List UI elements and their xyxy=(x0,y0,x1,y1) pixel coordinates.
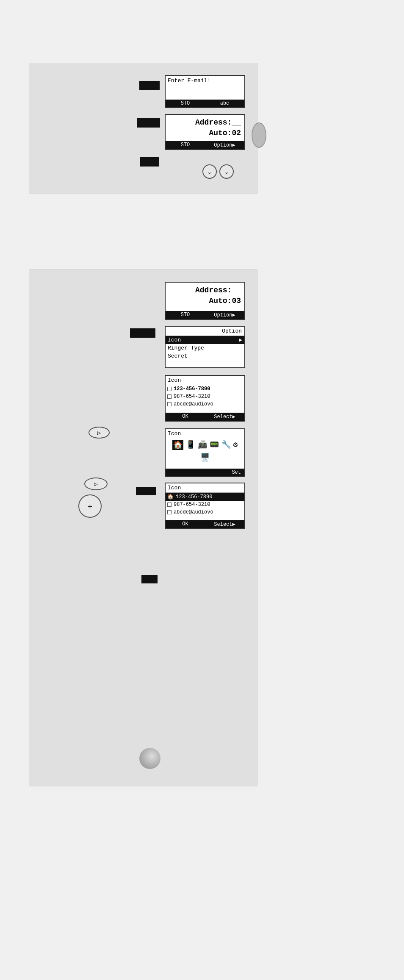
nav-oval-1-icon: ▷ xyxy=(97,429,101,436)
icon-list-row-1[interactable]: 123-456-7890 xyxy=(166,385,244,393)
address-line2: Auto:02 xyxy=(169,128,241,139)
nav-left-icon: ◡ xyxy=(208,168,211,175)
nav-dpad-icon: ✛ xyxy=(88,502,92,511)
menu-arrow-icon: ▶ xyxy=(239,337,242,343)
checkbox-5 xyxy=(167,510,172,514)
icon-list2-title: Icon xyxy=(166,483,244,493)
address-content-1: Address:__ Auto:02 xyxy=(166,115,244,139)
btn-label-p2-2[interactable] xyxy=(136,487,156,495)
grid-icon-home[interactable]: 🏠 xyxy=(172,440,183,450)
icon-list-text-3: abcde@audiovo xyxy=(174,401,213,407)
grid-icon-monitor[interactable]: 🖥️ xyxy=(200,453,210,462)
panel-1: Enter E-mail! STO abc Address:__ Auto:02… xyxy=(29,63,257,194)
icon-list-softkey-left[interactable]: OK xyxy=(166,413,205,421)
icon-list-text-1: 123-456-7890 xyxy=(174,386,210,392)
checkbox-4 xyxy=(167,502,172,507)
btn-label-2[interactable] xyxy=(137,118,160,128)
icon-list-title: Icon xyxy=(166,376,244,385)
nav-left-btn[interactable]: ◡ xyxy=(202,164,217,179)
address-softkey-right-2[interactable]: Option▶ xyxy=(205,311,244,319)
nav-dpad[interactable]: ✛ xyxy=(78,494,102,518)
email-display: Enter E-mail! STO abc xyxy=(165,75,245,108)
icon-list-2-display: Icon 🏠 123-456-7890 987-654-3210 abcde@a… xyxy=(165,483,245,529)
checkbox-3 xyxy=(167,402,172,406)
address2-line2: Auto:03 xyxy=(169,296,241,306)
icon-list2-text-2: 987-654-3210 xyxy=(174,502,210,508)
grid-icon-tool[interactable]: 🔧 xyxy=(221,440,231,450)
grid-icon-phone[interactable]: 📱 xyxy=(186,440,195,450)
nav-oval-2[interactable]: ▷ xyxy=(84,478,108,490)
icon-home-symbol: 🏠 xyxy=(167,494,174,500)
nav-oval-1[interactable]: ▷ xyxy=(89,427,110,439)
bottom-decorative-circle xyxy=(139,748,160,769)
menu-item-ringer[interactable]: Ringer Type xyxy=(166,344,244,352)
menu-item-icon[interactable]: Icon ▶ xyxy=(166,336,244,344)
email-softkeys: STO abc xyxy=(166,100,244,107)
icon-list-display: Icon 123-456-7890 987-654-3210 abcde@aud… xyxy=(165,375,245,422)
nav-right-icon: ◡ xyxy=(225,168,228,175)
btn-label-p2-3[interactable] xyxy=(141,575,158,583)
grid-icon-fax[interactable]: 📠 xyxy=(198,440,207,450)
icon-list-softkey-right[interactable]: Select▶ xyxy=(205,413,244,421)
email-title: Enter E-mail! xyxy=(166,76,244,85)
icon-list2-text-1: 123-456-7890 xyxy=(176,494,212,500)
icon-grid-title: Icon xyxy=(166,429,244,438)
icon-list-row-3[interactable]: abcde@audiovo xyxy=(166,400,244,408)
email-softkey-right[interactable]: abc xyxy=(205,100,244,107)
option-menu-display: Option Icon ▶ Ringer Type Secret xyxy=(165,326,245,368)
icon-list-row-2[interactable]: 987-654-3210 xyxy=(166,393,244,400)
icon-list-text-2: 987-654-3210 xyxy=(174,394,210,400)
icon-list2-softkey-left[interactable]: OK xyxy=(166,520,205,528)
address-softkey-right-1[interactable]: Option▶ xyxy=(205,141,244,149)
btn-label-3[interactable] xyxy=(140,157,159,167)
grid-icon-pager[interactable]: 📟 xyxy=(210,440,219,450)
address2-line1: Address:__ xyxy=(169,285,241,296)
nav-oval-2-icon: ▷ xyxy=(94,480,97,488)
address-softkeys-1: STO Option▶ xyxy=(166,141,244,149)
address-display-1: Address:__ Auto:02 STO Option▶ xyxy=(165,114,245,150)
option-title: Option xyxy=(166,327,244,336)
icon-grid-softkeys: Set xyxy=(166,469,244,476)
icon-list2-row-1[interactable]: 🏠 123-456-7890 xyxy=(166,493,244,501)
address-softkeys-2: STO Option▶ xyxy=(166,311,244,319)
address-softkey-left-1[interactable]: STO xyxy=(166,141,205,149)
address-content-2: Address:__ Auto:03 xyxy=(166,283,244,306)
address-line1: Address:__ xyxy=(169,117,241,128)
side-oval xyxy=(252,122,266,148)
address-display-2: Address:__ Auto:03 STO Option▶ xyxy=(165,282,245,320)
icon-list2-row-2[interactable]: 987-654-3210 xyxy=(166,501,244,508)
btn-label-p2-1[interactable] xyxy=(130,328,155,338)
icon-grid-display: Icon 🏠 📱 📠 📟 🔧 ⚙️ 🖥️ Set xyxy=(165,428,245,477)
icon-list2-softkeys: OK Select▶ xyxy=(166,520,244,528)
icon-list2-text-3: abcde@audiovo xyxy=(174,509,213,515)
grid-icon-gear[interactable]: ⚙️ xyxy=(233,440,238,450)
nav-right-btn[interactable]: ◡ xyxy=(219,164,234,179)
email-softkey-left[interactable]: STO xyxy=(166,100,205,107)
btn-label-1[interactable] xyxy=(139,81,160,90)
icon-list-softkeys: OK Select▶ xyxy=(166,413,244,421)
icon-grid-area: 🏠 📱 📠 📟 🔧 ⚙️ 🖥️ xyxy=(166,438,244,464)
menu-item-secret[interactable]: Secret xyxy=(166,352,244,360)
panel-2: Address:__ Auto:03 STO Option▶ Option Ic… xyxy=(29,269,257,786)
checkbox-2 xyxy=(167,394,172,399)
icon-grid-softkey-set[interactable]: Set xyxy=(228,469,244,476)
nav-arrows-panel1: ◡ ◡ xyxy=(202,164,234,179)
address-softkey-left-2[interactable]: STO xyxy=(166,311,205,319)
icon-list2-softkey-right[interactable]: Select▶ xyxy=(205,520,244,528)
icon-list2-row-3[interactable]: abcde@audiovo xyxy=(166,508,244,516)
checkbox-1 xyxy=(167,387,172,391)
